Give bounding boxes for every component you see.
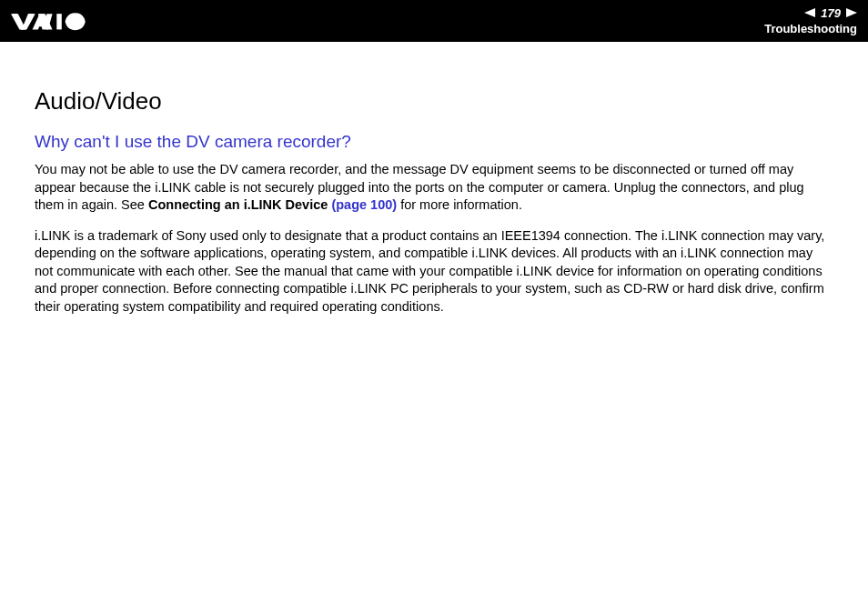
- nav-prev-icon[interactable]: [804, 6, 815, 20]
- vaio-logo: VAIO: [11, 10, 111, 32]
- svg-rect-1: [56, 14, 62, 29]
- svg-text:VAIO: VAIO: [11, 10, 37, 14]
- page-reference-link[interactable]: (page 100): [331, 197, 397, 212]
- section-title: Audio/Video: [35, 87, 833, 116]
- page-number: 179: [821, 6, 841, 20]
- paragraph-2: i.LINK is a trademark of Sony used only …: [35, 227, 833, 317]
- paragraph-1-bold: Connecting an i.LINK Device: [148, 197, 331, 212]
- question-heading: Why can't I use the DV camera recorder?: [35, 132, 833, 152]
- header-bar: VAIO 179 Troubleshooting: [0, 0, 868, 42]
- header-right: 179 Troubleshooting: [764, 6, 857, 35]
- section-label: Troubleshooting: [764, 22, 857, 35]
- content-area: Audio/Video Why can't I use the DV camer…: [0, 42, 868, 347]
- nav-next-icon[interactable]: [846, 6, 857, 20]
- paragraph-1-text-end: for more information.: [397, 197, 522, 212]
- paragraph-1: You may not be able to use the DV camera…: [35, 161, 833, 215]
- page-navigation: 179: [804, 6, 857, 20]
